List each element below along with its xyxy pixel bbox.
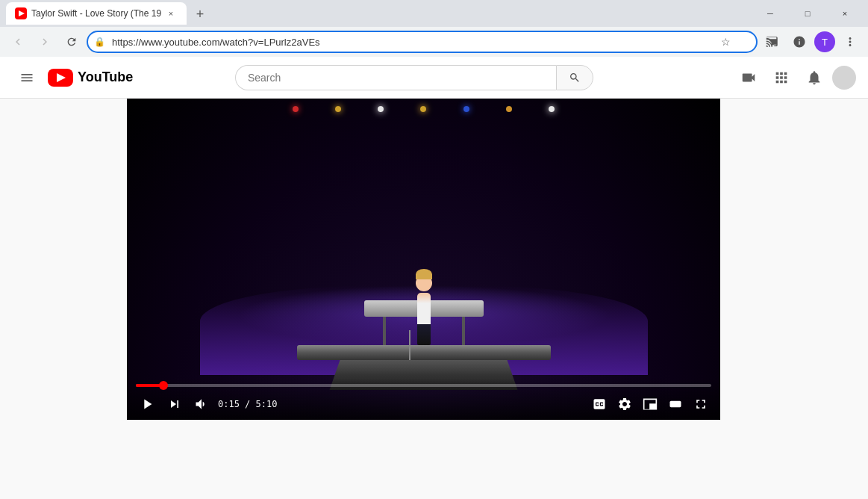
light-red [293,106,299,112]
user-avatar[interactable] [832,66,856,90]
close-window-button[interactable]: × [828,2,862,25]
lock-icon: 🔒 [94,37,105,47]
keyboard-leg-2 [462,317,465,345]
skip-next-button[interactable] [164,394,185,415]
light-blue [463,106,469,112]
extensions-icon [793,35,806,49]
youtube-header: YouTube [0,57,868,99]
reload-button[interactable] [60,30,84,54]
chrome-menu-button[interactable] [838,30,862,54]
theater-mode-button[interactable] [665,394,686,415]
chrome-menu-icon [843,35,857,49]
cast-icon [766,35,779,49]
progress-handle [159,381,168,390]
create-icon [740,69,757,86]
video-controls: 0:15 / 5:10 [127,378,720,420]
search-wrapper [235,65,593,90]
maximize-button[interactable]: □ [790,2,825,25]
notifications-button[interactable] [799,63,829,93]
youtube-logo-text: YouTube [78,69,133,85]
forward-button[interactable] [33,30,57,54]
tab-favicon [15,7,27,19]
search-button[interactable] [556,65,593,90]
create-button[interactable] [734,63,764,93]
video-container[interactable]: 0:15 / 5:10 [127,99,720,420]
progress-bar[interactable] [136,384,711,387]
profile-avatar[interactable]: T [814,31,835,52]
captions-button[interactable] [589,394,610,415]
back-button[interactable] [6,30,30,54]
miniplayer-icon [643,397,658,412]
hamburger-icon [19,70,34,85]
extensions-button[interactable] [787,30,811,54]
navigation-bar: 🔒 ☆ T [0,27,868,57]
stage-platform [297,345,551,360]
controls-row: 0:15 / 5:10 [136,393,711,415]
controls-left: 0:15 / 5:10 [136,393,277,415]
apps-button[interactable] [766,63,796,93]
back-icon [11,35,25,49]
keyboard-leg-1 [383,317,386,345]
fullscreen-icon [693,397,708,412]
light-white-1 [378,106,384,112]
light-warm-2 [420,106,426,112]
forward-icon [38,35,51,49]
search-area [172,65,657,90]
stage-lights [275,106,573,112]
search-icon [569,72,581,84]
address-bar-input[interactable] [87,31,758,53]
bell-icon [806,69,822,86]
cast-button[interactable] [761,30,784,54]
light-white-2 [549,106,555,112]
theater-icon [668,397,683,412]
performer [417,293,431,345]
tab-area: Taylor Swift - Love Story (The 19 × + [6,2,753,25]
yt-content: 0:15 / 5:10 [0,99,868,420]
cc-icon [592,397,607,412]
youtube-logo[interactable]: YouTube [48,69,133,87]
miniplayer-button[interactable] [640,394,661,415]
play-button[interactable] [136,393,158,415]
controls-right [589,394,711,415]
youtube-play-icon [57,73,66,82]
performer-body [417,293,431,345]
reload-icon [66,36,78,48]
hamburger-menu-button[interactable] [12,63,42,93]
youtube-page: YouTube [0,57,868,499]
fullscreen-button[interactable] [690,394,711,415]
play-icon [139,396,155,412]
skip-next-icon [167,397,182,412]
active-tab[interactable]: Taylor Swift - Love Story (The 19 × [6,2,187,25]
header-actions [734,63,856,93]
volume-button[interactable] [191,394,212,415]
settings-icon [617,397,632,412]
performer-head [416,275,432,291]
progress-fill [136,384,163,387]
apps-icon [773,69,790,86]
settings-button[interactable] [614,394,635,415]
volume-icon [194,397,209,412]
time-display: 0:15 / 5:10 [218,399,277,409]
nav-right-controls: T [761,30,862,54]
new-tab-button[interactable]: + [190,4,210,25]
youtube-logo-icon [48,69,73,87]
address-bar-container: 🔒 ☆ [87,31,758,53]
video-scene [127,99,720,420]
tab-close-button[interactable]: × [164,7,178,20]
light-warm [335,106,341,112]
title-bar: Taylor Swift - Love Story (The 19 × + ─ … [0,0,868,27]
bookmark-icon[interactable]: ☆ [721,36,731,48]
tab-title: Taylor Swift - Love Story (The 19 [31,8,161,19]
search-input[interactable] [235,65,556,90]
light-orange [506,106,512,112]
performer-hair [416,269,432,279]
window-controls: ─ □ × [753,2,862,25]
minimize-button[interactable]: ─ [753,2,787,25]
microphone-stand [409,330,410,360]
browser-window: Taylor Swift - Love Story (The 19 × + ─ … [0,0,868,499]
